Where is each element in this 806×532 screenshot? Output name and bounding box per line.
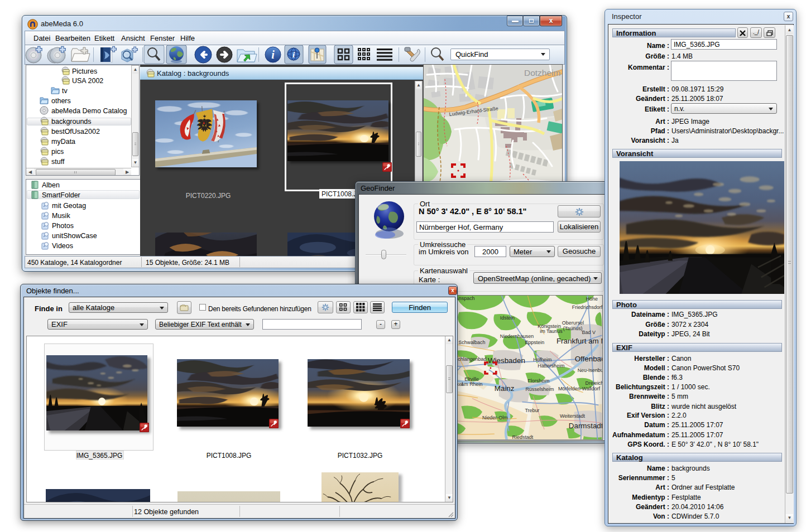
svg-text:Trebur: Trebur [525,408,539,413]
svg-text:Riedstadt: Riedstadt [512,434,534,440]
svg-text:Weiterstadt: Weiterstadt [560,413,585,419]
svg-text:Schlangenbad: Schlangenbad [454,356,486,362]
svg-text:Nieder-Olm: Nieder-Olm [482,415,508,420]
svg-text:Niedernhausen: Niedernhausen [500,333,534,339]
svg-text:Eppstein: Eppstein [525,340,544,345]
svg-text:i: i [271,49,275,61]
svg-text:Königstein: Königstein [538,323,561,329]
svg-text:im Taunus: im Taunus [540,328,563,334]
svg-text:Frankfurt am M: Frankfurt am M [556,337,603,345]
svg-text:Idstein: Idstein [500,315,515,321]
svg-text:Offenbac: Offenbac [575,355,603,363]
svg-text:Hofheim: Hofheim [533,357,551,362]
svg-text:Rüsselsheim: Rüsselsheim [525,386,554,392]
svg-text:Neu-Isenbur: Neu-Isenbur [578,367,603,373]
svg-text:am Rhein: am Rhein [461,381,482,387]
svg-text:Hattersheim: Hattersheim [538,363,564,369]
svg-text:Mainz: Mainz [495,384,515,393]
svg-text:Oberursel: Oberursel [562,320,584,326]
svg-text:Schwalbach: Schwalbach [458,340,485,345]
svg-text:Florsheim: Florsheim [527,378,549,384]
svg-text:Mörfelden-Walldorf: Mörfelden-Walldorf [558,386,601,391]
svg-text:Höhe: Höhe [586,296,598,302]
svg-text:Friedrichsdorf: Friedrichsdorf [572,304,603,310]
svg-text:Dotzheim: Dotzheim [524,68,560,78]
svg-text:Darmstadt: Darmstadt [569,422,603,430]
svg-text:Bad V: Bad V [582,330,596,335]
svg-text:Dreieich: Dreieich [586,380,603,386]
svg-text:(Taunus): (Taunus) [563,326,583,331]
